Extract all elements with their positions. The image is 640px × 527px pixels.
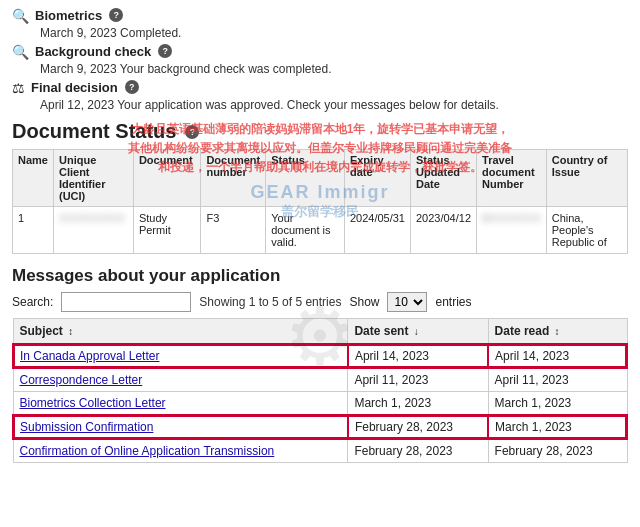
search-row: Search: Showing 1 to 5 of 5 entries Show… xyxy=(12,292,628,312)
final-decision-label: Final decision xyxy=(31,80,118,95)
col-expiry: Expirydate xyxy=(344,150,410,207)
date-sent-sort-icon[interactable]: ↓ xyxy=(414,326,419,337)
final-decision-icon: ⚖ xyxy=(12,80,25,96)
cell-country: China, People's Republic of xyxy=(546,207,627,254)
message-subject[interactable]: Correspondence Letter xyxy=(13,368,348,392)
page-wrapper: 🔍 Biometrics ? March 9, 2023 Completed. … xyxy=(0,0,640,471)
table-row: 1 XXXXXXXXX Study Permit F3 Your documen… xyxy=(13,207,628,254)
background-check-row: 🔍 Background check ? xyxy=(12,44,628,60)
biometrics-row: 🔍 Biometrics ? xyxy=(12,8,628,24)
show-select[interactable]: 10 25 50 xyxy=(387,292,427,312)
message-subject-link[interactable]: Biometrics Collection Letter xyxy=(20,396,166,410)
search-input[interactable] xyxy=(61,292,191,312)
col-name: Name xyxy=(13,150,54,207)
biometrics-detail: March 9, 2023 Completed. xyxy=(40,26,628,40)
message-date-sent: March 1, 2023 xyxy=(348,392,488,416)
message-row: Correspondence LetterApril 11, 2023April… xyxy=(13,368,627,392)
background-help-icon[interactable]: ? xyxy=(158,44,172,58)
message-date-read: February 28, 2023 xyxy=(488,439,627,463)
biometrics-help-icon[interactable]: ? xyxy=(109,8,123,22)
msg-col-subject: Subject ↕ xyxy=(13,319,348,345)
message-date-read: April 11, 2023 xyxy=(488,368,627,392)
msg-col-date-sent: Date sent ↓ xyxy=(348,319,488,345)
cell-expiry: 2024/05/31 xyxy=(344,207,410,254)
showing-text: Showing 1 to 5 of 5 entries xyxy=(199,295,341,309)
col-status-updated: StatusUpdatedDate xyxy=(410,150,476,207)
message-date-sent: April 14, 2023 xyxy=(348,344,488,368)
search-label: Search: xyxy=(12,295,53,309)
background-icon: 🔍 xyxy=(12,44,29,60)
cell-doc-number: F3 xyxy=(201,207,266,254)
messages-table: Subject ↕ Date sent ↓ Date read ↕ In Can… xyxy=(12,318,628,463)
show-label: Show xyxy=(349,295,379,309)
message-date-sent: April 11, 2023 xyxy=(348,368,488,392)
final-decision-detail: April 12, 2023 Your application was appr… xyxy=(40,98,628,112)
message-subject-link[interactable]: Confirmation of Online Application Trans… xyxy=(20,444,275,458)
entries-label: entries xyxy=(435,295,471,309)
document-status-header: Document Status ? xyxy=(12,120,628,143)
biometrics-icon: 🔍 xyxy=(12,8,29,24)
message-subject-link[interactable]: Submission Confirmation xyxy=(20,420,153,434)
final-decision-row: ⚖ Final decision ? xyxy=(12,80,628,96)
cell-travel-doc: BXXXXXXX xyxy=(477,207,547,254)
date-read-sort-icon[interactable]: ↕ xyxy=(555,326,560,337)
message-date-read: March 1, 2023 xyxy=(488,392,627,416)
cell-name: 1 xyxy=(13,207,54,254)
message-subject[interactable]: Confirmation of Online Application Trans… xyxy=(13,439,348,463)
msg-col-date-read: Date read ↕ xyxy=(488,319,627,345)
message-row: In Canada Approval LetterApril 14, 2023A… xyxy=(13,344,627,368)
document-status-table: Name Unique ClientIdentifier (UCI) Docum… xyxy=(12,149,628,254)
document-status-title: Document Status xyxy=(12,120,176,143)
message-subject-link[interactable]: Correspondence Letter xyxy=(20,373,143,387)
message-subject[interactable]: Biometrics Collection Letter xyxy=(13,392,348,416)
message-row: Submission ConfirmationFebruary 28, 2023… xyxy=(13,415,627,439)
col-doc-number: Documentnumber xyxy=(201,150,266,207)
message-date-read: April 14, 2023 xyxy=(488,344,627,368)
message-subject[interactable]: Submission Confirmation xyxy=(13,415,348,439)
message-row: Confirmation of Online Application Trans… xyxy=(13,439,627,463)
document-status-help-icon[interactable]: ? xyxy=(185,125,199,139)
background-detail: March 9, 2023 Your background check was … xyxy=(40,62,628,76)
col-uci: Unique ClientIdentifier (UCI) xyxy=(53,150,133,207)
col-document: Document xyxy=(133,150,201,207)
message-date-sent: February 28, 2023 xyxy=(348,439,488,463)
final-decision-help-icon[interactable]: ? xyxy=(125,80,139,94)
message-subject[interactable]: In Canada Approval Letter xyxy=(13,344,348,368)
biometrics-label: Biometrics xyxy=(35,8,102,23)
cell-updated: 2023/04/12 xyxy=(410,207,476,254)
background-label: Background check xyxy=(35,44,151,59)
cell-document: Study Permit xyxy=(133,207,201,254)
status-section: 🔍 Biometrics ? March 9, 2023 Completed. … xyxy=(12,8,628,112)
col-country: Country ofIssue xyxy=(546,150,627,207)
message-row: Biometrics Collection LetterMarch 1, 202… xyxy=(13,392,627,416)
subject-sort-icon[interactable]: ↕ xyxy=(68,326,73,337)
col-status: Status xyxy=(266,150,345,207)
messages-header: Messages about your application xyxy=(12,266,628,286)
cell-status: Your document is valid. xyxy=(266,207,345,254)
message-date-read: March 1, 2023 xyxy=(488,415,627,439)
cell-uci: XXXXXXXXX xyxy=(53,207,133,254)
col-travel-doc: TraveldocumentNumber xyxy=(477,150,547,207)
message-subject-link[interactable]: In Canada Approval Letter xyxy=(20,349,159,363)
message-date-sent: February 28, 2023 xyxy=(348,415,488,439)
